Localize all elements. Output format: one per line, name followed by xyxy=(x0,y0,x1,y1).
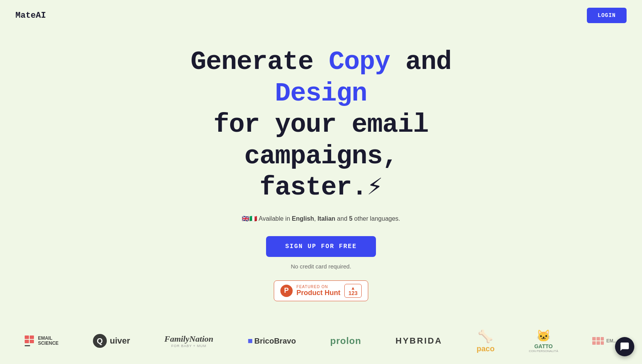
logo-email-sci2: EM... xyxy=(592,329,617,352)
logo-quiver: Q uiver xyxy=(93,329,130,352)
chat-bubble-button[interactable] xyxy=(615,337,634,356)
logos-section: EMAIL SCIENCE Q uiver FamilyNation FOR B… xyxy=(0,318,642,364)
brico-icon: ■ xyxy=(248,336,253,346)
lang-count: 5 xyxy=(349,215,352,222)
login-button[interactable]: LOGIN xyxy=(587,8,627,23)
gatto-sub: CON PERSONALITÀ xyxy=(529,349,558,353)
hero-title-and: and xyxy=(390,47,452,77)
chat-icon xyxy=(620,342,630,352)
logo-email-science: EMAIL SCIENCE xyxy=(25,329,58,352)
vote-count: 123 xyxy=(349,290,357,296)
lang-italian: Italian xyxy=(317,215,335,222)
gatto-icon: 🐱 xyxy=(536,329,551,343)
paco-icon: 🦴 xyxy=(478,329,493,344)
product-hunt-featured: FEATURED ON xyxy=(297,285,328,289)
logo-brico-bravo: ■ BricoBravo xyxy=(248,329,296,352)
product-hunt-badge[interactable]: P FEATURED ON Product Hunt ▲ 123 xyxy=(274,280,368,301)
quiver-icon: Q xyxy=(93,334,107,348)
logo-prolon: prolon xyxy=(330,329,361,352)
logo-family-nation: FamilyNation FOR BABY + MUM xyxy=(164,329,213,352)
hero-title-copy: Copy xyxy=(329,47,390,77)
available-in: Available in xyxy=(259,215,292,222)
product-hunt-text-group: FEATURED ON Product Hunt xyxy=(297,285,340,297)
hero-subtitle: 🇬🇧🇮🇹 Available in English, Italian and 5… xyxy=(242,215,400,222)
quiver-text: uiver xyxy=(110,336,130,346)
lang-rest: other languages. xyxy=(352,215,400,222)
lang-english: English xyxy=(292,215,314,222)
product-hunt-votes: ▲ 123 xyxy=(344,284,362,298)
logo-gatto: 🐱 GATTO CON PERSONALITÀ xyxy=(529,329,558,352)
no-credit-text: No credit card required. xyxy=(291,263,351,270)
hero-title: Generate Copy and Design for your email … xyxy=(148,46,495,203)
family-nation-name: FamilyNation xyxy=(164,334,213,344)
brico-bravo-text: BricoBravo xyxy=(254,337,296,346)
hero-title-design: Design xyxy=(275,79,367,108)
logo-paco: 🦴 paco xyxy=(477,329,495,352)
logo-hybrida: HYBRIDA xyxy=(396,329,442,352)
signup-button[interactable]: SIGN UP FOR FREE xyxy=(266,236,376,257)
header: MateAI LOGIN xyxy=(0,0,642,31)
prolon-text: prolon xyxy=(330,335,361,346)
family-nation-sub: FOR BABY + MUM xyxy=(164,344,213,348)
lang-and: and xyxy=(335,215,349,222)
hero-title-generate: Generate xyxy=(190,47,329,77)
hero-title-line3: faster.⚡ xyxy=(259,173,383,202)
hero-title-line2: for your email campaigns, xyxy=(214,110,428,171)
site-logo: MateAI xyxy=(15,11,46,20)
product-hunt-name: Product Hunt xyxy=(297,289,340,297)
main-content: Generate Copy and Design for your email … xyxy=(0,0,642,301)
paco-text: paco xyxy=(477,344,495,353)
gatto-text: GATTO xyxy=(534,343,553,349)
product-hunt-icon: P xyxy=(280,285,293,297)
hybrida-text: HYBRIDA xyxy=(396,336,442,346)
